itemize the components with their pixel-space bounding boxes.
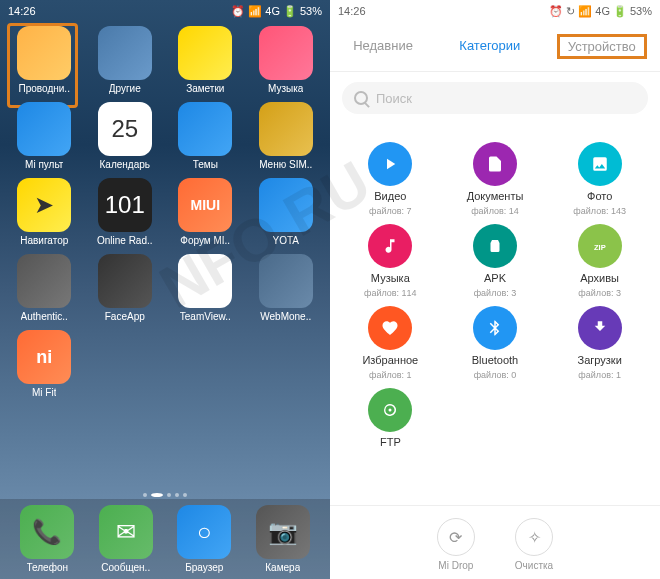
home-screen: 14:26 ⏰ 📶 4G 🔋 53% Проводни..ДругиеЗамет… bbox=[0, 0, 330, 579]
app-icon bbox=[17, 254, 71, 308]
category-icon: ZIP bbox=[578, 224, 622, 268]
app-icon bbox=[98, 254, 152, 308]
app-icon: 📷 bbox=[256, 505, 310, 559]
category-count: файлов: 14 bbox=[471, 206, 519, 216]
app-label: Форум MI.. bbox=[180, 235, 230, 246]
search-bar[interactable]: Поиск bbox=[342, 82, 648, 114]
app-WebMone..[interactable]: WebMone.. bbox=[250, 254, 323, 322]
category-icon bbox=[578, 142, 622, 186]
category-Bluetooth[interactable]: Bluetoothфайлов: 0 bbox=[443, 306, 548, 380]
signal-icon: 📶 bbox=[248, 5, 262, 18]
category-icon bbox=[473, 306, 517, 350]
app-Музыка[interactable]: Музыка bbox=[250, 26, 323, 94]
dock-Камера[interactable]: 📷Камера bbox=[256, 505, 310, 573]
app-label: Меню SIM.. bbox=[259, 159, 312, 170]
category-FTP[interactable]: FTP bbox=[338, 388, 443, 452]
category-label: FTP bbox=[380, 436, 401, 448]
app-label: Темы bbox=[193, 159, 218, 170]
category-count: файлов: 1 bbox=[369, 370, 412, 380]
app-label: Музыка bbox=[268, 83, 303, 94]
battery-pct: 53% bbox=[300, 5, 322, 17]
status-icons: ⏰ 📶 4G 🔋 53% bbox=[231, 5, 322, 18]
app-label: Сообщен.. bbox=[101, 562, 150, 573]
app-icon bbox=[259, 102, 313, 156]
app-icon: ○ bbox=[177, 505, 231, 559]
category-label: Архивы bbox=[580, 272, 619, 284]
category-label: Избранное bbox=[362, 354, 418, 366]
dock-Сообщен..[interactable]: ✉Сообщен.. bbox=[99, 505, 153, 573]
app-icon bbox=[17, 102, 71, 156]
page-indicator bbox=[143, 493, 187, 497]
category-label: Музыка bbox=[371, 272, 410, 284]
search-placeholder: Поиск bbox=[376, 91, 412, 106]
category-icon bbox=[368, 142, 412, 186]
category-label: Документы bbox=[467, 190, 524, 202]
app-Online Rad..[interactable]: 101Online Rad.. bbox=[89, 178, 162, 246]
sync-icon: ↻ bbox=[566, 5, 575, 18]
app-Календарь[interactable]: 25Календарь bbox=[89, 102, 162, 170]
battery-icon: 🔋 bbox=[613, 5, 627, 18]
app-label: Навигатор bbox=[20, 235, 68, 246]
app-label: Календарь bbox=[100, 159, 150, 170]
app-icon: 📞 bbox=[20, 505, 74, 559]
tab-device[interactable]: Устройство bbox=[557, 34, 647, 59]
category-label: Видео bbox=[374, 190, 406, 202]
app-icon bbox=[259, 26, 313, 80]
app-TeamView..[interactable]: ↔TeamView.. bbox=[169, 254, 242, 322]
dock-Телефон[interactable]: 📞Телефон bbox=[20, 505, 74, 573]
app-icon: 25 bbox=[98, 102, 152, 156]
tab-categories[interactable]: Категории bbox=[449, 34, 530, 59]
app-icon: ↔ bbox=[178, 254, 232, 308]
alarm-icon: ⏰ bbox=[231, 5, 245, 18]
category-Загрузки[interactable]: Загрузкифайлов: 1 bbox=[547, 306, 652, 380]
app-label: Телефон bbox=[27, 562, 68, 573]
clean-action[interactable]: ✧ Очистка bbox=[515, 518, 553, 571]
app-Authentic..[interactable]: Authentic.. bbox=[8, 254, 81, 322]
app-Другие[interactable]: Другие bbox=[89, 26, 162, 94]
clock: 14:26 bbox=[338, 5, 366, 17]
app-icon: ➤ bbox=[17, 178, 71, 232]
file-manager-screen: 14:26 ⏰ ↻ 📶 4G 🔋 53% Недавние Категории … bbox=[330, 0, 660, 579]
category-icon bbox=[473, 142, 517, 186]
app-Mi Fit[interactable]: niMi Fit bbox=[8, 330, 81, 398]
app-FaceApp[interactable]: FaceApp bbox=[89, 254, 162, 322]
clean-label: Очистка bbox=[515, 560, 553, 571]
svg-point-1 bbox=[389, 409, 392, 412]
app-Заметки[interactable]: Заметки bbox=[169, 26, 242, 94]
status-icons: ⏰ ↻ 📶 4G 🔋 53% bbox=[549, 5, 652, 18]
midrop-action[interactable]: ⟳ Mi Drop bbox=[437, 518, 475, 571]
category-Архивы[interactable]: ZIPАрхивыфайлов: 3 bbox=[547, 224, 652, 298]
tabs: Недавние Категории Устройство bbox=[330, 22, 660, 72]
app-Темы[interactable]: Темы bbox=[169, 102, 242, 170]
tab-recent[interactable]: Недавние bbox=[343, 34, 423, 59]
dock-Браузер[interactable]: ○Браузер bbox=[177, 505, 231, 573]
app-YOTA[interactable]: YOTA bbox=[250, 178, 323, 246]
app-Навигатор[interactable]: ➤Навигатор bbox=[8, 178, 81, 246]
app-label: Заметки bbox=[186, 83, 224, 94]
category-Избранное[interactable]: Избранноефайлов: 1 bbox=[338, 306, 443, 380]
app-label: Камера bbox=[265, 562, 300, 573]
clean-icon: ✧ bbox=[515, 518, 553, 556]
app-Mi пульт[interactable]: Mi пульт bbox=[8, 102, 81, 170]
category-label: APK bbox=[484, 272, 506, 284]
category-Фото[interactable]: Фотофайлов: 143 bbox=[547, 142, 652, 216]
category-APK[interactable]: APKфайлов: 3 bbox=[443, 224, 548, 298]
app-label: Mi Fit bbox=[32, 387, 56, 398]
category-grid: Видеофайлов: 7Документыфайлов: 14Фотофай… bbox=[330, 124, 660, 470]
category-count: файлов: 114 bbox=[364, 288, 417, 298]
category-label: Загрузки bbox=[578, 354, 622, 366]
category-Видео[interactable]: Видеофайлов: 7 bbox=[338, 142, 443, 216]
app-Меню SIM..[interactable]: Меню SIM.. bbox=[250, 102, 323, 170]
category-Документы[interactable]: Документыфайлов: 14 bbox=[443, 142, 548, 216]
app-icon: MIUI bbox=[178, 178, 232, 232]
category-Музыка[interactable]: Музыкафайлов: 114 bbox=[338, 224, 443, 298]
category-label: Bluetooth bbox=[472, 354, 518, 366]
net-label: 4G bbox=[595, 5, 610, 17]
svg-text:ZIP: ZIP bbox=[594, 243, 606, 252]
app-Форум MI..[interactable]: MIUIФорум MI.. bbox=[169, 178, 242, 246]
app-label: TeamView.. bbox=[180, 311, 231, 322]
midrop-label: Mi Drop bbox=[438, 560, 473, 571]
status-bar-right: 14:26 ⏰ ↻ 📶 4G 🔋 53% bbox=[330, 0, 660, 22]
app-icon bbox=[259, 254, 313, 308]
category-icon bbox=[473, 224, 517, 268]
